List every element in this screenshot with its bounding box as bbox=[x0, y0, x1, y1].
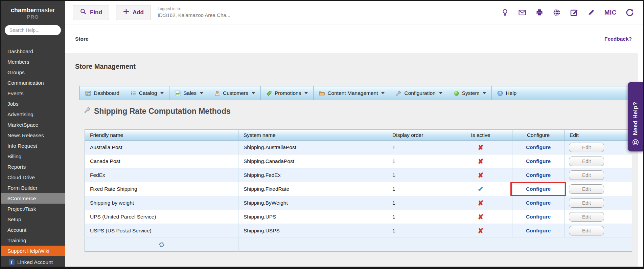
sidebar-item-account[interactable]: Account bbox=[1, 225, 65, 235]
cell-friendly-name: USPS (US Postal Service) bbox=[85, 224, 238, 238]
sidebar-item-form-builder[interactable]: Form Builder bbox=[1, 183, 65, 193]
compose-icon[interactable] bbox=[570, 8, 578, 17]
sidebar-item-reports[interactable]: Reports bbox=[1, 162, 65, 172]
store-tab-promotions[interactable]: Promotions bbox=[261, 86, 314, 100]
feedback-link[interactable]: Feedback? bbox=[604, 36, 632, 42]
store-tab-system[interactable]: System bbox=[448, 86, 492, 100]
configure-link[interactable]: Configure bbox=[526, 214, 551, 220]
sidebar-item-support-help-wiki[interactable]: Support Help/Wiki bbox=[1, 246, 65, 256]
cell-configure: Configure bbox=[512, 141, 565, 154]
page-title: Store Management bbox=[75, 63, 136, 70]
lightbulb-icon[interactable] bbox=[501, 8, 509, 17]
configure-link[interactable]: Configure bbox=[526, 172, 551, 178]
edit-button[interactable]: Edit bbox=[569, 212, 604, 222]
sidebar-item-advertising[interactable]: Advertising bbox=[1, 109, 65, 120]
x-icon: ✘ bbox=[478, 144, 484, 151]
sidebar-item-cloud-drive[interactable]: Cloud Drive bbox=[1, 172, 65, 183]
store-tab-configuration[interactable]: Configuration bbox=[390, 86, 448, 100]
sidebar-item-project-task[interactable]: Project/Task bbox=[1, 204, 65, 214]
edit-button[interactable]: Edit bbox=[569, 184, 604, 194]
column-header-system-name: System name bbox=[238, 130, 387, 141]
sidebar-item-linked-account[interactable]: fLinked Account bbox=[1, 256, 65, 268]
mic-label[interactable]: MIC bbox=[604, 9, 617, 16]
sidebar-item-setup[interactable]: Setup bbox=[1, 214, 65, 225]
need-help-tab[interactable]: Need Help? bbox=[628, 82, 643, 151]
sidebar-item-events[interactable]: Events bbox=[1, 88, 65, 99]
life-ring-icon bbox=[632, 139, 639, 147]
refresh-icon[interactable] bbox=[626, 8, 634, 17]
cell-configure: Configure bbox=[512, 196, 565, 210]
store-tab-content-management[interactable]: Content Management bbox=[314, 86, 390, 100]
chevron-down-icon bbox=[160, 92, 164, 94]
sidebar-item-billing[interactable]: Billing bbox=[1, 151, 65, 162]
sidebar-item-training[interactable]: Training bbox=[1, 235, 65, 246]
store-tab-label: Dashboard bbox=[94, 90, 119, 96]
table-refresh-icon[interactable] bbox=[158, 241, 165, 248]
cell-system-name: Shipping.FedEx bbox=[238, 168, 387, 182]
cell-edit: Edit bbox=[565, 141, 632, 154]
find-button-label: Find bbox=[90, 9, 102, 16]
sidebar-item-marketspace[interactable]: MarketSpace bbox=[1, 120, 65, 130]
store-content: Store Management DashboardCatalogSalesCu… bbox=[65, 53, 638, 267]
cell-display-order: 1 bbox=[387, 168, 449, 182]
store-tab-help[interactable]: ?Help bbox=[492, 86, 522, 100]
sidebar-item-dashboard[interactable]: Dashboard bbox=[1, 46, 65, 57]
cell-system-name: Shipping.ByWeight bbox=[238, 196, 387, 210]
add-button[interactable]: Add bbox=[116, 5, 151, 20]
column-header-display-order: Display order bbox=[387, 130, 449, 141]
sidebar-item-ecommerce[interactable]: eCommerce bbox=[1, 193, 65, 204]
sidebar-item-groups[interactable]: Groups bbox=[1, 67, 65, 78]
edit-button[interactable]: Edit bbox=[569, 226, 604, 235]
configure-link[interactable]: Configure bbox=[526, 200, 551, 206]
search-help-input[interactable] bbox=[5, 25, 61, 35]
chevron-down-icon bbox=[381, 92, 385, 94]
cell-system-name: Shipping.UPS bbox=[238, 210, 387, 224]
store-tab-customers[interactable]: Customers bbox=[209, 86, 261, 100]
sidebar-item-info-request[interactable]: Info Request bbox=[1, 141, 65, 151]
help-icon: ? bbox=[497, 90, 503, 96]
store-tab-label: Sales bbox=[183, 90, 197, 96]
toolbar-icons: MIC bbox=[501, 8, 634, 17]
configure-link[interactable]: Configure bbox=[526, 228, 551, 233]
print-icon[interactable] bbox=[535, 8, 544, 17]
cell-edit: Edit bbox=[565, 224, 632, 238]
cell-edit: Edit bbox=[565, 168, 632, 182]
edit-button[interactable]: Edit bbox=[569, 157, 604, 166]
cell-edit: Edit bbox=[565, 210, 632, 224]
globe-icon[interactable] bbox=[553, 8, 561, 17]
sidebar-item-news-releases[interactable]: News Releases bbox=[1, 130, 65, 141]
configure-link[interactable]: Configure bbox=[526, 158, 551, 164]
column-header-is-active: Is active bbox=[449, 130, 512, 141]
edit-button[interactable]: Edit bbox=[569, 143, 604, 152]
edit-button[interactable]: Edit bbox=[569, 170, 604, 180]
dashboard-icon bbox=[85, 90, 91, 96]
sidebar-item-communication[interactable]: Communication bbox=[1, 78, 65, 88]
mail-icon[interactable] bbox=[518, 8, 526, 17]
store-menu-bar: DashboardCatalogSalesCustomersPromotions… bbox=[79, 86, 637, 100]
table-row: Canada PostShipping.CanadaPost1✘Configur… bbox=[85, 154, 632, 168]
configure-link[interactable]: Configure bbox=[526, 144, 551, 150]
cell-is-active: ✔ bbox=[449, 182, 512, 196]
add-button-label: Add bbox=[133, 9, 144, 16]
sidebar-item-members[interactable]: Members bbox=[1, 57, 65, 67]
check-icon: ✔ bbox=[478, 185, 484, 193]
chevron-down-icon bbox=[252, 92, 255, 94]
store-tab-dashboard[interactable]: Dashboard bbox=[80, 86, 125, 100]
customers-icon bbox=[214, 90, 220, 96]
table-row: FedExShipping.FedEx1✘ConfigureEdit bbox=[85, 168, 632, 182]
system-icon bbox=[454, 90, 459, 96]
store-tab-label: Configuration bbox=[404, 90, 435, 96]
store-tab-catalog[interactable]: Catalog bbox=[125, 86, 169, 100]
configure-link[interactable]: Configure bbox=[526, 186, 551, 192]
chevron-down-icon bbox=[439, 92, 442, 94]
find-button[interactable]: Find bbox=[73, 5, 109, 20]
cell-display-order: 1 bbox=[387, 141, 449, 154]
cell-is-active: ✘ bbox=[449, 196, 512, 210]
x-icon: ✘ bbox=[478, 158, 484, 165]
store-tab-sales[interactable]: Sales bbox=[169, 86, 209, 100]
cell-configure: Configure bbox=[512, 224, 565, 238]
pencil-icon[interactable] bbox=[587, 8, 595, 17]
sales-icon bbox=[175, 90, 181, 96]
sidebar-item-jobs[interactable]: Jobs bbox=[1, 99, 65, 109]
edit-button[interactable]: Edit bbox=[569, 198, 604, 208]
